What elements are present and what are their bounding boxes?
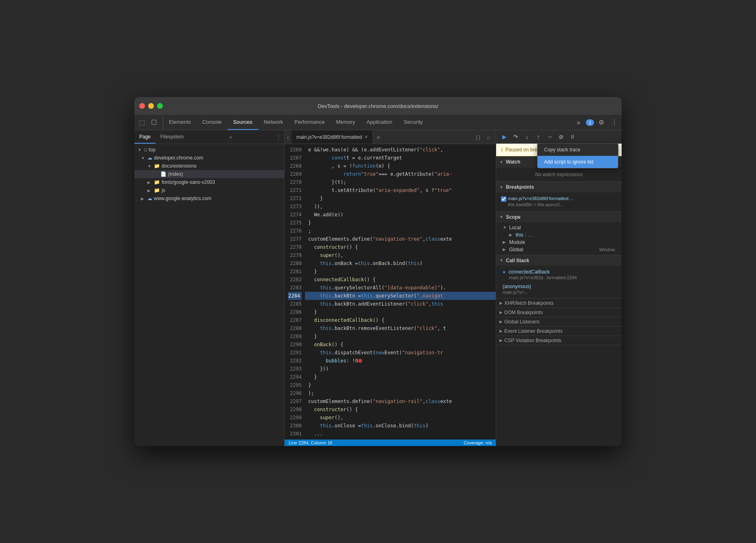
breakpoint-text: main.js?v=e382d86f:formatted:... this.ba… bbox=[508, 196, 573, 208]
tab-memory[interactable]: Memory bbox=[330, 115, 361, 130]
tree-item-analytics[interactable]: ▶ ☁ www.google-analytics.com bbox=[134, 194, 284, 203]
tab-console[interactable]: Console bbox=[197, 115, 227, 130]
cursor-position: Line 2284, Column 16 bbox=[289, 440, 333, 445]
tree-label-docs: docs/extensions bbox=[162, 163, 197, 169]
breakpoints-section-header[interactable]: ▼ Breakpoints bbox=[496, 182, 622, 192]
dom-breakpoints-section: ▶ DOM Breakpoints bbox=[496, 308, 622, 317]
resume-button[interactable]: ▶ bbox=[499, 132, 509, 142]
code-line-2274: We.add(e)) bbox=[305, 211, 496, 219]
panel-tabs-more[interactable]: » bbox=[226, 134, 235, 140]
scope-this-item[interactable]: ▶ this : … bbox=[499, 231, 618, 239]
tab-network[interactable]: Network bbox=[258, 115, 289, 130]
tree-item-docs[interactable]: ▼ 📁 docs/extensions bbox=[134, 162, 284, 170]
code-line-2299: super(), bbox=[305, 414, 496, 422]
chevron-right-icon: ▶ bbox=[503, 247, 508, 252]
traffic-lights bbox=[139, 103, 163, 109]
dom-breakpoints-header[interactable]: ▶ DOM Breakpoints bbox=[496, 308, 622, 317]
context-menu: Copy stack trace Add script to ignore li… bbox=[537, 143, 618, 168]
code-line-2284: this.backBtn = this.querySelector(".navi… bbox=[305, 292, 496, 300]
add-to-ignore-list-item[interactable]: Add script to ignore list bbox=[538, 156, 618, 168]
scope-global[interactable]: ▶ Global Window bbox=[499, 246, 618, 253]
mobile-icon[interactable]: ☐ bbox=[148, 117, 160, 128]
deactivate-breakpoints-button[interactable]: ⊘ bbox=[556, 132, 566, 142]
scope-local[interactable]: ▼ Local bbox=[499, 224, 618, 231]
tab-security[interactable]: Security bbox=[398, 115, 428, 130]
tab-performance[interactable]: Performance bbox=[289, 115, 330, 130]
event-listener-breakpoints-header[interactable]: ▶ Event Listener Breakpoints bbox=[496, 327, 622, 336]
breakpoints-section: ▼ Breakpoints main.js?v=e382d86f:formatt… bbox=[496, 182, 622, 212]
code-line-2278: constructor() { bbox=[305, 243, 496, 251]
warning-icon: ℹ bbox=[501, 147, 503, 153]
minimize-button[interactable] bbox=[148, 103, 154, 109]
folder-icon: 📁 bbox=[154, 187, 160, 193]
code-line-2272: } bbox=[305, 194, 496, 203]
call-stack-fn-0: connectedCallback bbox=[509, 269, 550, 275]
more-options-icon[interactable]: ⋮ bbox=[609, 117, 620, 128]
format-icon[interactable]: { } bbox=[473, 134, 483, 140]
step-button[interactable]: → bbox=[545, 132, 555, 142]
pause-on-exceptions-button[interactable]: ⏸ bbox=[568, 132, 577, 142]
editor-tab-main[interactable]: main.js?v=e382d86f:formatted ✕ bbox=[292, 130, 374, 144]
step-over-button[interactable]: ↷ bbox=[511, 132, 521, 142]
tree-item-fonts[interactable]: ▶ 📁 fonts/google-sans-v2003 bbox=[134, 178, 284, 186]
scope-section-header[interactable]: ▼ Scope bbox=[496, 212, 622, 222]
code-line-2282: connectedCallback() { bbox=[305, 276, 496, 284]
close-button[interactable] bbox=[139, 103, 145, 109]
scope-title: Scope bbox=[506, 214, 521, 220]
more-tabs-icon[interactable]: » bbox=[573, 117, 584, 128]
code-line-2290: onBack() { bbox=[305, 340, 496, 349]
scope-module[interactable]: ▶ Module bbox=[499, 239, 618, 246]
tree-item-top[interactable]: ▼ □ top bbox=[134, 146, 284, 154]
call-stack-header[interactable]: ▼ Call Stack bbox=[496, 255, 622, 266]
coverage-status: Coverage: n/a bbox=[464, 440, 492, 445]
code-line-2277: customElements.define("navigation-tree",… bbox=[305, 235, 496, 243]
tab-elements[interactable]: Elements bbox=[163, 115, 197, 130]
global-listeners-header[interactable]: ▶ Global Listeners bbox=[496, 317, 622, 326]
call-stack-item-0[interactable]: ● connectedCallback main.js?v=e382d...fo… bbox=[499, 267, 618, 282]
tree-label-fonts: fonts/google-sans-v2003 bbox=[162, 179, 215, 185]
breakpoint-checkbox[interactable] bbox=[501, 196, 506, 202]
code-line-2289: } bbox=[305, 332, 496, 340]
tab-application[interactable]: Application bbox=[361, 115, 398, 130]
editor-tabs-more[interactable]: » bbox=[373, 134, 383, 141]
search-in-file-icon[interactable]: ⌕ bbox=[484, 134, 492, 140]
debug-toolbar: ▶ ↷ ↓ ↑ → ⊘ ⏸ bbox=[496, 130, 622, 144]
chevron-down-icon: ▼ bbox=[147, 164, 152, 168]
tree-item-js[interactable]: ▶ 📁 js bbox=[134, 186, 284, 194]
tab-sources[interactable]: Sources bbox=[227, 115, 258, 130]
code-line-2288: this.backBtn.removeEventListener("click"… bbox=[305, 324, 496, 332]
editor-tab-label: main.js?v=e382d86f:formatted bbox=[296, 134, 362, 140]
code-area[interactable]: e && !we.has(e) && (e.addEventListener("… bbox=[305, 144, 496, 440]
code-line-2292: bubbles: !0 bbox=[305, 357, 496, 365]
event-listener-breakpoints-label: Event Listener Breakpoints bbox=[504, 328, 562, 334]
breakpoint-file: main.js?v=e382d86f:formatted:... bbox=[508, 196, 573, 202]
tree-item-index[interactable]: ▶ 📄 (index) bbox=[134, 170, 284, 178]
file-panel: Page Filesystem » ⋮ ▼ □ top ▼ ☁ develope… bbox=[134, 130, 285, 446]
csp-violation-breakpoints-header[interactable]: ▶ CSP Violation Breakpoints bbox=[496, 336, 622, 345]
cursor-icon[interactable]: ⬚ bbox=[136, 117, 147, 128]
tab-page[interactable]: Page bbox=[134, 130, 156, 144]
code-line-2287: disconnectedCallback() { bbox=[305, 316, 496, 324]
tree-item-chrome[interactable]: ▼ ☁ developer.chrome.com bbox=[134, 154, 284, 162]
active-frame-icon: ● bbox=[503, 269, 505, 275]
code-line-2293: })) bbox=[305, 365, 496, 373]
devtools-window: DevTools - developer.chrome.com/docs/ext… bbox=[134, 97, 622, 446]
panel-options[interactable]: ⋮ bbox=[273, 134, 284, 140]
step-into-button[interactable]: ↓ bbox=[522, 132, 532, 142]
tab-list: Elements Console Sources Network Perform… bbox=[163, 115, 573, 130]
settings-icon[interactable]: ⚙ bbox=[596, 117, 607, 128]
chevron-right-icon: ▶ bbox=[499, 319, 503, 324]
editor-nav-back[interactable]: ‹ bbox=[285, 134, 292, 140]
close-tab-icon[interactable]: ✕ bbox=[364, 134, 368, 140]
tree-label-index: (index) bbox=[168, 171, 183, 177]
main-content: Page Filesystem » ⋮ ▼ □ top ▼ ☁ develope… bbox=[134, 130, 622, 446]
tab-filesystem[interactable]: Filesystem bbox=[156, 130, 188, 144]
call-stack-fn-1: (anonymous) bbox=[503, 284, 531, 289]
code-line-2275: } bbox=[305, 219, 496, 227]
step-out-button[interactable]: ↑ bbox=[534, 132, 543, 142]
call-stack-item-1[interactable]: (anonymous) main.js?v=... bbox=[499, 282, 618, 297]
maximize-button[interactable] bbox=[157, 103, 163, 109]
no-watch-expressions: No watch expressions bbox=[499, 169, 618, 180]
copy-stack-trace-item[interactable]: Copy stack trace bbox=[538, 144, 618, 156]
xhr-breakpoints-header[interactable]: ▶ XHR/fetch Breakpoints bbox=[496, 299, 622, 308]
